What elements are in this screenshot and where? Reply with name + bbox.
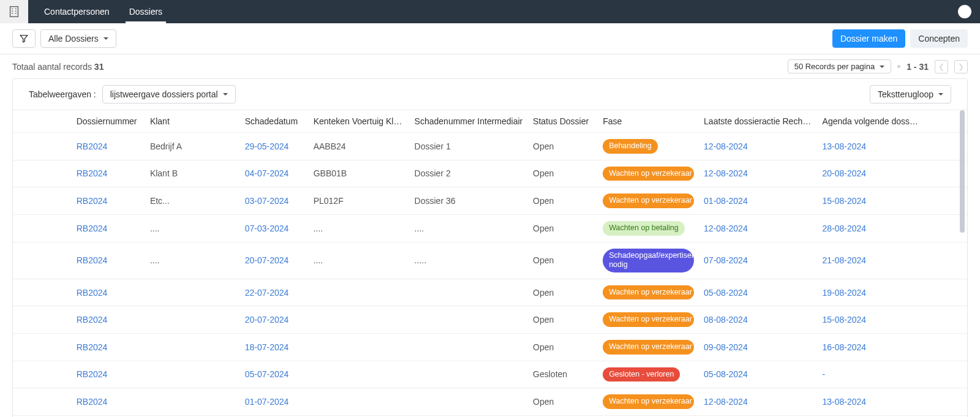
cell-agenda-value[interactable]: 15-08-2024 <box>823 196 867 206</box>
cell-laatste: 07-08-2024 <box>699 242 817 279</box>
view-select[interactable]: Alle Dossiers <box>40 29 116 48</box>
table-row[interactable]: RB2024....07-03-2024........OpenWachten … <box>13 214 967 242</box>
cell-schadedatum-value[interactable]: 20-07-2024 <box>245 255 289 265</box>
cell-dossier-value[interactable]: RB2024 <box>77 196 108 206</box>
chevron-left-icon: ❮ <box>938 62 944 71</box>
cell-schadedatum-value[interactable]: 18-07-2024 <box>245 342 289 352</box>
cell-schadedatum: 01-07-2024 <box>240 388 309 416</box>
column-header[interactable]: Agenda volgende doss… <box>818 110 967 133</box>
cell-status: Open <box>528 334 598 361</box>
cell-schadedatum-value[interactable]: 22-07-2024 <box>245 288 289 298</box>
cell-schadenummer <box>410 306 528 334</box>
table-view-select[interactable]: lijstweergave dossiers portal <box>102 85 236 103</box>
cell-dossier-value[interactable]: RB2024 <box>77 141 108 151</box>
cell-agenda-value[interactable]: - <box>823 369 826 379</box>
cell-laatste: 05-08-2024 <box>699 279 817 306</box>
cell-dossier-value[interactable]: RB2024 <box>77 369 108 379</box>
table-row[interactable]: RB2024Etc...03-07-2024PL012FDossier 36Op… <box>13 187 967 215</box>
column-header[interactable]: Status Dossier <box>528 110 598 133</box>
records-bar: Totaal aantal records 31 50 Records per … <box>0 54 980 78</box>
nav-tab-dossiers[interactable]: Dossiers <box>119 0 172 23</box>
cell-laatste-value[interactable]: 05-08-2024 <box>704 288 748 298</box>
filter-button[interactable] <box>12 29 36 48</box>
records-per-page-label: 50 Records per pagina <box>794 62 875 71</box>
column-header[interactable]: Klant <box>145 110 240 133</box>
concepts-button[interactable]: Concepten <box>910 29 968 48</box>
cell-status-value: Open <box>533 196 554 206</box>
phase-pill: Schadeopgaaf/expertiserapport nodig <box>603 249 694 272</box>
cell-dossier: RB2024 <box>72 306 145 334</box>
table-row[interactable]: RB202422-07-2024OpenWachten op verzekera… <box>13 279 967 306</box>
cell-agenda-value[interactable]: 28-08-2024 <box>823 224 867 233</box>
cell-laatste-value[interactable]: 09-08-2024 <box>704 342 748 352</box>
cell-schadedatum-value[interactable]: 04-07-2024 <box>245 168 289 178</box>
row-spacer <box>13 361 72 388</box>
cell-status: Open <box>528 279 598 306</box>
cell-dossier-value[interactable]: RB2024 <box>77 315 108 325</box>
scrollbar-thumb[interactable] <box>960 110 965 233</box>
cell-laatste-value[interactable]: 01-08-2024 <box>704 196 748 206</box>
cell-laatste-value[interactable]: 12-08-2024 <box>704 168 748 178</box>
cell-fase: Wachten op verzekeraar <box>598 160 699 187</box>
column-header[interactable]: Kenteken Voertuig Klant <box>309 110 410 133</box>
cell-schadedatum-value[interactable]: 29-05-2024 <box>245 141 289 151</box>
app-logo[interactable] <box>0 0 28 23</box>
cell-dossier-value[interactable]: RB2024 <box>77 224 108 233</box>
cell-laatste-value[interactable]: 12-08-2024 <box>704 224 748 233</box>
cell-laatste-value[interactable]: 08-08-2024 <box>704 315 748 325</box>
cell-status: Gesloten <box>528 361 598 388</box>
cell-dossier-value[interactable]: RB2024 <box>77 288 108 298</box>
cell-agenda-value[interactable]: 13-08-2024 <box>823 397 867 407</box>
vertical-scrollbar[interactable] <box>959 110 966 417</box>
nav-tab-label: Contactpersonen <box>44 7 110 17</box>
cell-agenda-value[interactable]: 16-08-2024 <box>823 342 867 352</box>
cell-laatste-value[interactable]: 12-08-2024 <box>704 397 748 407</box>
cell-agenda-value[interactable]: 19-08-2024 <box>823 288 867 298</box>
cell-laatste-value[interactable]: 05-08-2024 <box>704 369 748 379</box>
cell-dossier-value[interactable]: RB2024 <box>77 168 108 178</box>
table-row[interactable]: RB202418-07-2024OpenWachten op verzekera… <box>13 334 967 361</box>
table-row[interactable]: RB2024Bedrijf A29-05-2024AABB24Dossier 1… <box>13 133 967 160</box>
phase-pill: Gesloten - verloren <box>603 367 680 382</box>
cell-agenda-value[interactable]: 20-08-2024 <box>823 168 867 178</box>
cell-dossier-value[interactable]: RB2024 <box>77 255 108 265</box>
prev-page-button[interactable]: ❮ <box>935 60 948 73</box>
cell-klant: Bedrijf A <box>145 133 240 160</box>
nav-tab-contactpersonen[interactable]: Contactpersonen <box>34 0 119 23</box>
next-page-button[interactable]: ❯ <box>954 60 968 73</box>
cell-status: Open <box>528 187 598 215</box>
table-row[interactable]: RB2024Klant B04-07-2024GBB01BDossier 2Op… <box>13 160 967 187</box>
column-header-label: Laatste dossieractie RechtBij <box>704 116 815 126</box>
cell-laatste-value[interactable]: 12-08-2024 <box>704 141 748 151</box>
cell-schadedatum-value[interactable]: 07-03-2024 <box>245 224 289 233</box>
user-avatar[interactable] <box>958 5 971 18</box>
table-row[interactable]: RB2024....20-07-2024.........OpenSchadeo… <box>13 242 967 279</box>
cell-status-value: Open <box>533 168 554 178</box>
records-per-page-select[interactable]: 50 Records per pagina <box>788 59 892 73</box>
cell-laatste-value[interactable]: 07-08-2024 <box>704 255 748 265</box>
cell-agenda-value[interactable]: 21-08-2024 <box>823 255 867 265</box>
column-header[interactable]: Laatste dossieractie RechtBij <box>699 110 817 133</box>
create-dossier-button[interactable]: Dossier maken <box>832 29 905 48</box>
cell-schadedatum-value[interactable]: 20-07-2024 <box>245 315 289 325</box>
column-header[interactable]: Fase <box>598 110 699 133</box>
cell-schadedatum-value[interactable]: 01-07-2024 <box>245 397 289 407</box>
table-row[interactable]: RB202420-07-2024OpenWachten op verzekera… <box>13 306 967 334</box>
column-header[interactable]: Dossiernummer <box>72 110 145 133</box>
cell-dossier-value[interactable]: RB2024 <box>77 342 108 352</box>
cell-schadenummer: Dossier 2 <box>410 160 528 187</box>
cell-schadedatum-value[interactable]: 03-07-2024 <box>245 196 289 206</box>
cell-agenda-value[interactable]: 15-08-2024 <box>823 315 867 325</box>
cell-schadenummer <box>410 361 528 388</box>
cell-kenteken: AABB24 <box>309 133 410 160</box>
cell-dossier-value[interactable]: RB2024 <box>77 397 108 407</box>
table-row[interactable]: RB202401-07-2024OpenWachten op verzekera… <box>13 388 967 416</box>
column-header[interactable]: Schadenummer Intermediair <box>410 110 528 133</box>
cell-schadedatum-value[interactable]: 05-07-2024 <box>245 369 289 379</box>
cell-schadedatum: 22-07-2024 <box>240 279 309 306</box>
column-header[interactable]: Schadedatum <box>240 110 309 133</box>
text-wrap-select[interactable]: Tekstterugloop <box>870 85 951 103</box>
table-row[interactable]: RB202405-07-2024GeslotenGesloten - verlo… <box>13 361 967 388</box>
table-view-select-label: lijstweergave dossiers portal <box>110 89 218 99</box>
cell-agenda-value[interactable]: 13-08-2024 <box>823 141 867 151</box>
